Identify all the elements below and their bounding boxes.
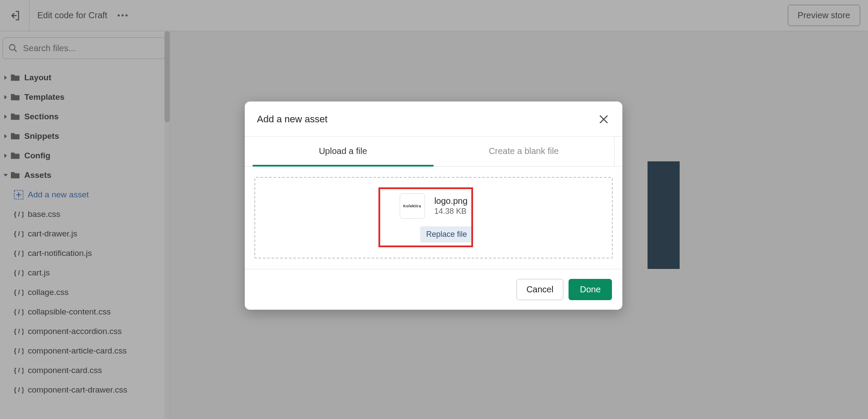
close-icon (598, 114, 609, 125)
modal-header: Add a new asset (245, 101, 622, 137)
uploaded-file-block: Kolektira logo.png 14.38 KB Replace file (394, 193, 473, 242)
done-button[interactable]: Done (569, 279, 612, 300)
modal-tabs: Upload a file Create a blank file (245, 137, 622, 167)
file-thumbnail: Kolektira (400, 193, 425, 219)
add-asset-modal: Add a new asset Upload a file Create a b… (245, 101, 622, 310)
cancel-button[interactable]: Cancel (516, 279, 563, 300)
file-size: 14.38 KB (434, 207, 468, 216)
file-name: logo.png (434, 196, 468, 206)
modal-footer: Cancel Done (245, 269, 622, 310)
replace-file-button[interactable]: Replace file (420, 226, 473, 242)
modal-title: Add a new asset (257, 114, 328, 125)
thumb-label: Kolektira (403, 204, 421, 208)
close-modal-button[interactable] (596, 112, 611, 127)
tab-upload-file[interactable]: Upload a file (253, 137, 434, 167)
upload-dropzone[interactable]: Kolektira logo.png 14.38 KB Replace file (254, 177, 613, 259)
tab-create-blank[interactable]: Create a blank file (434, 137, 615, 166)
